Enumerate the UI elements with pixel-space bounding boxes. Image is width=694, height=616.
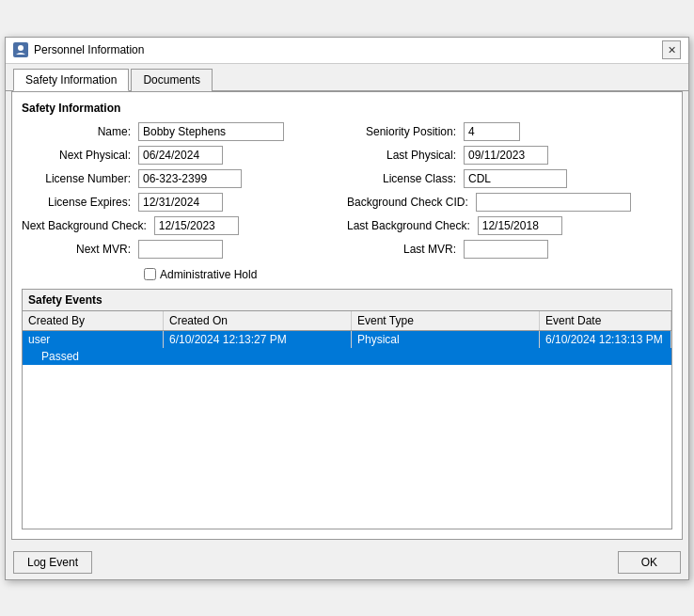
next-bg-check-label: Next Background Check:: [22, 219, 150, 232]
title-bar-left: Personnel Information: [13, 42, 144, 57]
last-bg-check-input[interactable]: [478, 216, 562, 235]
window-title: Personnel Information: [34, 43, 144, 56]
next-mvr-row: Next MVR:: [22, 240, 347, 259]
last-mvr-input[interactable]: [464, 240, 548, 259]
close-button[interactable]: ✕: [662, 40, 681, 59]
name-label: Name:: [22, 125, 134, 138]
next-physical-label: Next Physical:: [22, 149, 134, 162]
next-bg-check-row: Next Background Check:: [22, 216, 347, 235]
last-mvr-label: Last MVR:: [347, 243, 460, 256]
name-input[interactable]: [138, 122, 284, 141]
window-icon: [13, 42, 28, 57]
table-body: user 6/10/2024 12:13:27 PM Physical 6/10…: [23, 331, 671, 529]
next-physical-input[interactable]: [138, 146, 223, 165]
cell-created-by: user: [23, 331, 164, 348]
col-created-on: Created On: [164, 311, 352, 330]
log-event-button[interactable]: Log Event: [13, 551, 92, 574]
license-class-row: License Class:: [347, 169, 672, 188]
form-grid: Name: Next Physical: License Number: Lic…: [22, 122, 672, 259]
tab-safety[interactable]: Safety Information: [13, 69, 129, 91]
col-event-type: Event Type: [352, 311, 540, 330]
name-row: Name:: [22, 122, 347, 141]
col-event-date: Event Date: [540, 311, 671, 330]
next-mvr-input[interactable]: [138, 240, 223, 259]
table-sub-row[interactable]: Passed: [23, 348, 671, 365]
license-expires-row: License Expires:: [22, 193, 347, 212]
bg-check-cid-row: Background Check CID:: [347, 193, 672, 212]
last-physical-label: Last Physical:: [347, 149, 460, 162]
license-number-input[interactable]: [138, 169, 242, 188]
title-bar: Personnel Information ✕: [6, 38, 688, 64]
next-bg-check-input[interactable]: [154, 216, 239, 235]
last-bg-check-label: Last Background Check:: [347, 219, 474, 232]
license-class-label: License Class:: [347, 172, 460, 185]
last-bg-check-row: Last Background Check:: [347, 216, 672, 235]
admin-hold-label: Administrative Hold: [160, 268, 257, 281]
safety-events-section: Safety Events Created By Created On Even…: [22, 289, 672, 529]
form-left: Name: Next Physical: License Number: Lic…: [22, 122, 347, 259]
seniority-label: Seniority Position:: [347, 125, 460, 138]
col-created-by: Created By: [23, 311, 164, 330]
seniority-input[interactable]: [464, 122, 520, 141]
admin-hold-checkbox[interactable]: [144, 268, 156, 280]
cell-event-date: 6/10/2024 12:13:13 PM: [540, 331, 671, 348]
safety-section-title: Safety Information: [22, 102, 672, 115]
safety-events-title: Safety Events: [23, 290, 671, 311]
license-class-input[interactable]: [464, 169, 567, 188]
svg-point-0: [18, 45, 24, 51]
license-number-row: License Number:: [22, 169, 347, 188]
main-window: Personnel Information ✕ Safety Informati…: [5, 37, 689, 580]
cell-event-type: Physical: [352, 331, 540, 348]
license-expires-input[interactable]: [138, 193, 223, 212]
bg-check-cid-input[interactable]: [476, 193, 631, 212]
table-row[interactable]: user 6/10/2024 12:13:27 PM Physical 6/10…: [23, 331, 671, 348]
seniority-row: Seniority Position:: [347, 122, 672, 141]
sub-cell-text: Passed: [23, 348, 671, 365]
last-physical-input[interactable]: [464, 146, 548, 165]
form-right: Seniority Position: Last Physical: Licen…: [347, 122, 672, 259]
last-physical-row: Last Physical:: [347, 146, 672, 165]
tab-content: Safety Information Name: Next Physical: …: [11, 91, 683, 540]
next-mvr-label: Next MVR:: [22, 243, 134, 256]
table-header: Created By Created On Event Type Event D…: [23, 311, 671, 331]
license-number-label: License Number:: [22, 172, 134, 185]
last-mvr-row: Last MVR:: [347, 240, 672, 259]
tab-documents[interactable]: Documents: [131, 69, 213, 91]
cell-created-on: 6/10/2024 12:13:27 PM: [164, 331, 352, 348]
license-expires-label: License Expires:: [22, 196, 134, 209]
footer: Log Event OK: [6, 545, 688, 579]
bg-check-cid-label: Background Check CID:: [347, 196, 472, 209]
next-physical-row: Next Physical:: [22, 146, 347, 165]
ok-button[interactable]: OK: [618, 551, 681, 574]
tab-bar: Safety Information Documents: [6, 64, 688, 91]
admin-hold-row: Administrative Hold: [144, 268, 672, 281]
